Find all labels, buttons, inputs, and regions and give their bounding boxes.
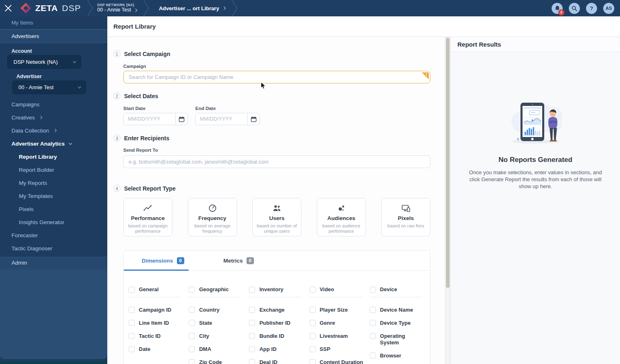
top-header: ZETA DSP DSP NETWORK (NA) 00 - Annie Tes… (0, 0, 620, 16)
checkbox-genre[interactable] (310, 320, 316, 326)
checkbox-tactic-id[interactable] (129, 333, 135, 339)
dimension-group-general: General Campaign ID Line Item ID Tactic … (129, 286, 189, 364)
recipients-input[interactable] (123, 155, 430, 168)
sidebar-item-pixels[interactable]: Pixels (0, 202, 107, 216)
dimension-group-inventory: Inventory Exchange Publisher ID Bundle I… (249, 286, 309, 364)
sidebar: My Items Advertisers Account DSP Network… (0, 16, 107, 364)
breadcrumb-account[interactable]: DSP NETWORK (NA) 00 - Annie Test (97, 3, 136, 13)
checkbox-deal-id[interactable] (249, 359, 255, 364)
chevron-right-icon[interactable] (222, 7, 226, 10)
checkbox-exchange[interactable] (249, 307, 255, 313)
step-number: 4 (113, 185, 120, 192)
checkbox-group-general[interactable] (129, 287, 135, 293)
checkbox-content-duration[interactable] (310, 359, 316, 364)
users-icon (272, 204, 281, 212)
report-type-performance[interactable]: Performance based on campaign performanc… (123, 198, 172, 236)
start-date-label: Start Date (123, 106, 145, 111)
checkbox-group-device[interactable] (370, 287, 376, 293)
send-report-to-label: Send Report To (123, 148, 158, 153)
avatar-initials: AS (606, 6, 612, 11)
question-mark-icon: ? (590, 5, 593, 11)
report-type-audiences[interactable]: Audiences based on audience performance (317, 198, 366, 236)
sidebar-item-tactic-diagnoser[interactable]: Tactic Diagnoser (0, 242, 107, 255)
chevron-right-icon[interactable] (134, 8, 137, 11)
account-select[interactable]: DSP Network (NA) (7, 55, 81, 69)
close-icon[interactable] (0, 0, 16, 16)
end-date-input[interactable] (196, 113, 247, 125)
checkbox-bundle-id[interactable] (249, 333, 255, 339)
chevron-down-icon (73, 60, 76, 63)
report-results-title: Report Results (451, 37, 620, 52)
checkbox-publisher-id[interactable] (249, 320, 255, 326)
avatar[interactable]: AS (603, 3, 614, 14)
advertiser-select[interactable]: 00 - Annie Test (12, 81, 86, 94)
report-type-pixels[interactable]: Pixels based on raw fires (381, 198, 430, 236)
tab-metrics[interactable]: Metrics 0 (224, 257, 254, 264)
sidebar-item-report-builder[interactable]: Report Builder (0, 163, 107, 176)
checkbox-city[interactable] (189, 333, 195, 339)
campaign-search-input[interactable] (123, 71, 430, 83)
sidebar-item-my-templates[interactable]: My Templates (0, 189, 107, 202)
checkbox-country[interactable] (189, 307, 195, 313)
step-title-enter-recipients: Enter Recipients (124, 135, 169, 142)
tab-dimensions[interactable]: Dimensions 0 (142, 257, 184, 264)
advertiser-label: Advertiser (16, 74, 42, 79)
checkbox-device-name[interactable] (370, 307, 376, 313)
checkbox-line-item-id[interactable] (129, 320, 135, 326)
sidebar-item-advertisers[interactable]: Advertisers (0, 29, 107, 43)
step-title-select-report-type: Select Report Type (124, 185, 176, 192)
checkbox-browser[interactable] (370, 353, 376, 359)
checkbox-operating-system[interactable] (370, 333, 376, 339)
sidebar-item-my-items[interactable]: My Items (0, 16, 107, 29)
scrollbar-thumb[interactable] (446, 38, 450, 288)
checkbox-dma[interactable] (189, 346, 195, 352)
sidebar-item-my-reports[interactable]: My Reports (0, 176, 107, 189)
step-number: 3 (113, 135, 120, 142)
calendar-icon[interactable] (247, 113, 260, 125)
dimensions-count-badge: 0 (177, 257, 184, 264)
notifications-button[interactable]: 3 (552, 3, 563, 14)
checkbox-group-inventory[interactable] (249, 287, 255, 293)
checkbox-app-id[interactable] (249, 346, 255, 352)
checkbox-zip-code[interactable] (189, 359, 195, 364)
account-label: Account (11, 48, 32, 54)
dimension-row: DMA (189, 346, 249, 353)
end-date-field (195, 113, 260, 125)
checkbox-group-video[interactable] (310, 287, 316, 293)
dimensions-grid: General Campaign ID Line Item ID Tactic … (124, 271, 430, 364)
sidebar-item-insights-generator[interactable]: Insights Generator (0, 216, 107, 229)
report-type-frequency[interactable]: Frequency based on average frequency (188, 198, 237, 236)
sidebar-item-report-library[interactable]: Report Library (0, 150, 107, 163)
zeta-diamond-icon (20, 2, 32, 14)
sidebar-item-campaigns[interactable]: Campaigns (0, 98, 107, 111)
checkbox-ssp[interactable] (310, 346, 316, 352)
dimension-row: Content Duration (310, 359, 370, 364)
start-date-field (123, 113, 188, 125)
report-type-users[interactable]: Users based on number of unique users (252, 198, 301, 236)
checkbox-livestream[interactable] (310, 333, 316, 339)
checkbox-device-type[interactable] (370, 320, 376, 326)
sidebar-item-data-collection[interactable]: Data Collection (0, 124, 107, 137)
help-button[interactable]: ? (586, 3, 597, 14)
checkbox-state[interactable] (189, 320, 195, 326)
zeta-dsp-logo: ZETA DSP (20, 2, 81, 14)
sidebar-item-forecaster[interactable]: Forecaster (0, 229, 107, 242)
checkbox-player-size[interactable] (310, 307, 316, 313)
breadcrumb-page[interactable]: Advertiser ... ort Library (159, 5, 225, 11)
calendar-icon[interactable] (175, 113, 188, 125)
mouse-cursor (260, 82, 267, 90)
checkbox-group-geographic[interactable] (189, 287, 195, 293)
sidebar-item-creatives[interactable]: Creatives (0, 111, 107, 124)
chevron-right-icon (39, 116, 42, 119)
checkbox-date[interactable] (129, 346, 135, 352)
start-date-input[interactable] (124, 113, 175, 125)
sidebar-item-admin[interactable]: Admin (0, 257, 107, 269)
dimension-row: Tactic ID (129, 333, 189, 339)
brand-text: ZETA (35, 3, 58, 13)
breadcrumb-page-label: Advertiser ... ort Library (159, 5, 219, 11)
page-title-bar: Report Library (107, 16, 620, 37)
sidebar-item-advertiser-analytics[interactable]: Advertiser Analytics (0, 137, 107, 150)
checkbox-campaign-id[interactable] (129, 307, 135, 313)
report-results-panel: Report Results (450, 37, 620, 364)
search-button[interactable] (569, 3, 580, 14)
